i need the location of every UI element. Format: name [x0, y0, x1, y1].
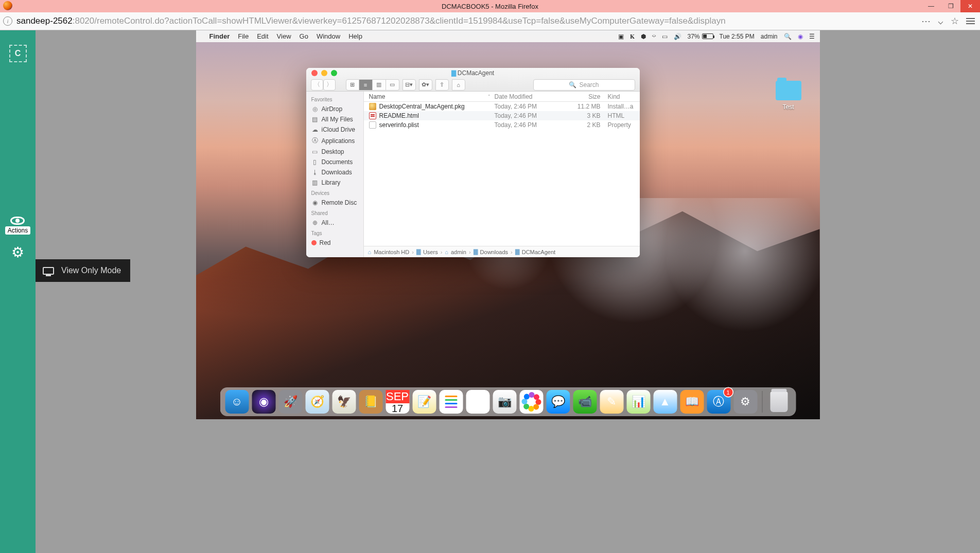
nav-back-button[interactable]: 〈: [311, 79, 323, 91]
mac-desktop[interactable]: Finder File Edit View Go Window Help ▣ 𝐊…: [196, 30, 820, 419]
site-info-icon[interactable]: i: [3, 16, 12, 26]
menubar-extra-icon-1[interactable]: ▣: [618, 33, 624, 40]
view-only-popout[interactable]: View Only Mode: [36, 259, 130, 282]
column-kind[interactable]: Kind: [606, 93, 640, 100]
menubar-extra-icon-2[interactable]: 𝐊: [630, 33, 635, 40]
menubar-clock[interactable]: Tue 2:55 PM: [720, 33, 755, 40]
column-name[interactable]: Name˄: [364, 93, 495, 100]
sidebar-item-downloads[interactable]: ⭳Downloads: [310, 167, 363, 177]
display-icon[interactable]: ▭: [662, 33, 668, 40]
sidebar-item-documents[interactable]: ▯Documents: [310, 157, 363, 167]
column-date[interactable]: Date Modified: [495, 93, 568, 100]
dock-photos[interactable]: [519, 390, 543, 414]
path-segment[interactable]: Macintosh HD: [374, 249, 409, 255]
action-gear-button[interactable]: ✿▾: [419, 79, 432, 91]
menu-edit[interactable]: Edit: [257, 32, 268, 40]
menubar-extra-icon-3[interactable]: ⬢: [641, 33, 646, 40]
dock-ibooks[interactable]: 📖: [680, 390, 704, 414]
arrange-button[interactable]: ⊟▾: [402, 79, 416, 91]
dock-facetime[interactable]: 📹: [573, 390, 597, 414]
spotlight-icon[interactable]: 🔍: [784, 33, 792, 40]
app-logo-icon[interactable]: [9, 45, 27, 62]
sidebar-item-tag-red[interactable]: Red: [310, 238, 363, 248]
path-segment[interactable]: admin: [451, 249, 466, 255]
nav-forward-button[interactable]: 〉: [323, 79, 336, 91]
menubar-app-name[interactable]: Finder: [209, 32, 230, 40]
sidebar-item-airdrop[interactable]: ◎AirDrop: [310, 104, 363, 114]
file-row[interactable]: serverinfo.plistToday, 2:46 PM2 KBProper…: [364, 120, 640, 130]
dock-mail[interactable]: 🦅: [332, 390, 356, 414]
sidebar-item-icloud[interactable]: ☁iCloud Drive: [310, 124, 363, 135]
allfiles-icon: ▤: [311, 116, 319, 123]
sidebar-item-shared-all[interactable]: ⊕All…: [310, 218, 363, 228]
actions-button[interactable]: Actions: [5, 217, 30, 235]
battery-status[interactable]: 37%: [688, 33, 713, 40]
view-list-button[interactable]: ≡: [359, 79, 373, 91]
notification-center-icon[interactable]: ☰: [809, 33, 815, 40]
window-maximize-button[interactable]: ❐: [941, 0, 960, 12]
column-size[interactable]: Size: [568, 93, 606, 100]
dock-photobooth[interactable]: 📷: [493, 390, 516, 414]
dock-reminders[interactable]: [439, 390, 463, 414]
settings-gear-icon[interactable]: ⚙: [11, 244, 24, 261]
menu-go[interactable]: Go: [300, 32, 308, 40]
share-button[interactable]: ⇪: [435, 79, 449, 91]
finder-window[interactable]: ▇DCMacAgent 〈 〉 ⊞ ≡ ▥ ▭: [306, 68, 640, 257]
view-coverflow-button[interactable]: ▭: [386, 79, 399, 91]
view-icon-button[interactable]: ⊞: [346, 79, 359, 91]
sidebar-item-remotedisc[interactable]: ◉Remote Disc: [310, 198, 363, 208]
dock-siri[interactable]: ◉: [252, 390, 275, 414]
view-mode-segment[interactable]: ⊞ ≡ ▥ ▭: [346, 79, 399, 91]
sidebar-item-desktop[interactable]: ▭Desktop: [310, 147, 363, 157]
window-minimize-button[interactable]: —: [921, 0, 941, 12]
file-row[interactable]: DesktopCentral_MacAgent.pkgToday, 2:46 P…: [364, 102, 640, 111]
finder-pathbar[interactable]: ⌂Macintosh HD›▇Users›⌂admin›▇Downloads›▇…: [364, 246, 640, 257]
window-close-button[interactable]: ✕: [960, 0, 980, 12]
sidebar-item-applications[interactable]: ⒶApplications: [310, 135, 363, 147]
file-row[interactable]: README.htmlToday, 2:46 PM3 KBHTML: [364, 111, 640, 120]
dock-pages[interactable]: ✎: [600, 390, 623, 414]
volume-icon[interactable]: 🔊: [674, 33, 681, 40]
path-segment[interactable]: Downloads: [480, 249, 508, 255]
menu-file[interactable]: File: [238, 32, 249, 40]
desktop-folder-test[interactable]: Test: [776, 81, 801, 111]
dock-contacts[interactable]: 📒: [359, 390, 382, 414]
dock-trash[interactable]: [767, 390, 791, 414]
search-icon: 🔍: [569, 81, 576, 88]
dock-keynote[interactable]: ▲: [653, 390, 677, 414]
sidebar-item-library[interactable]: ▥Library: [310, 177, 363, 188]
menu-window[interactable]: Window: [317, 32, 340, 40]
url-input[interactable]: sandeep-2562:8020/remoteControl.do?actio…: [16, 16, 917, 26]
view-column-button[interactable]: ▥: [373, 79, 386, 91]
bookmark-star-icon[interactable]: ☆: [951, 15, 959, 27]
more-icon[interactable]: ⋯: [921, 15, 931, 27]
dock-messages[interactable]: 💬: [546, 390, 570, 414]
sidebar-item-allmyfiles[interactable]: ▤All My Files: [310, 114, 363, 124]
menubar-user[interactable]: admin: [761, 33, 778, 40]
path-segment[interactable]: Users: [423, 249, 438, 255]
wifi-icon[interactable]: ⌔: [652, 33, 656, 40]
menu-help[interactable]: Help: [348, 32, 362, 40]
traffic-zoom-button[interactable]: [331, 70, 337, 76]
path-segment[interactable]: DCMacAgent: [522, 249, 555, 255]
dock-finder[interactable]: ☺: [225, 390, 249, 414]
dock-systemprefs[interactable]: ⚙: [733, 390, 757, 414]
siri-menubar-icon[interactable]: ◉: [798, 33, 803, 40]
dock-itunes[interactable]: ♪: [466, 390, 489, 414]
dock-launchpad[interactable]: 🚀: [278, 390, 302, 414]
pocket-icon[interactable]: ⌵: [938, 15, 943, 27]
finder-search-input[interactable]: 🔍 Search: [533, 79, 635, 91]
dock-appstore[interactable]: Ⓐ1: [707, 390, 730, 414]
sidebar-section-favorites: Favorites: [311, 97, 363, 102]
finder-titlebar[interactable]: ▇DCMacAgent 〈 〉 ⊞ ≡ ▥ ▭: [306, 68, 640, 92]
dock-safari[interactable]: 🧭: [305, 390, 329, 414]
tags-button[interactable]: ⌂: [452, 79, 465, 91]
dock-numbers[interactable]: 📊: [626, 390, 650, 414]
menu-icon[interactable]: [966, 18, 975, 24]
traffic-close-button[interactable]: [311, 70, 318, 76]
menu-view[interactable]: View: [277, 32, 291, 40]
traffic-minimize-button[interactable]: [321, 70, 327, 76]
dock-calendar[interactable]: SEP17: [386, 390, 409, 414]
mac-menubar: Finder File Edit View Go Window Help ▣ 𝐊…: [196, 30, 820, 42]
dock-notes[interactable]: 📝: [412, 390, 436, 414]
